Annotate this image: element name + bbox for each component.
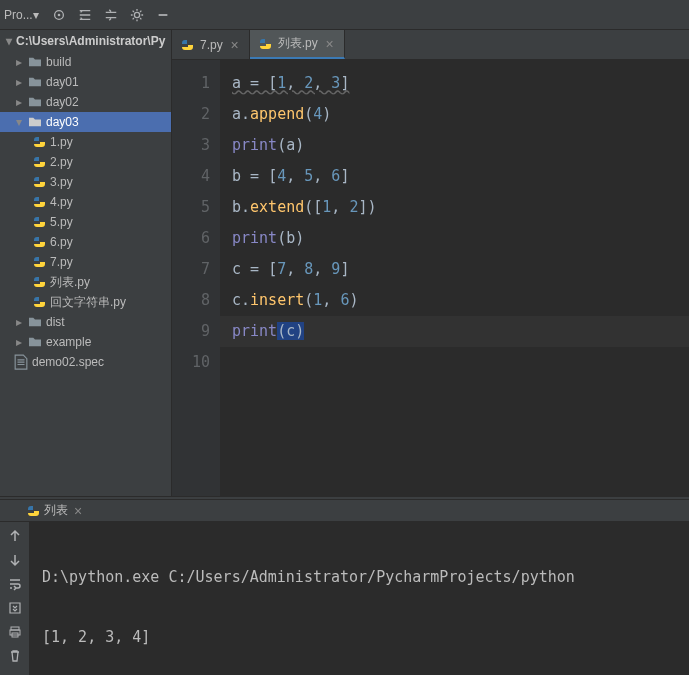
svg-point-2 [134,12,139,17]
tree-label: 1.py [50,135,73,149]
python-icon [32,215,46,229]
tree-file[interactable]: 2.py [0,152,171,172]
console-line: [1, 2, 3, 4] [42,622,677,652]
tree-label: 4.py [50,195,73,209]
editor-tabs: 7.py × 列表.py × [172,30,689,60]
file-icon [14,355,28,369]
minimize-icon[interactable] [153,5,173,25]
code-line: a = [1, 2, 3] [232,68,689,99]
close-icon[interactable]: × [229,37,241,53]
project-toolbar: Pro...▾ [0,0,689,30]
python-icon [32,155,46,169]
python-icon [32,255,46,269]
svg-point-1 [57,13,60,16]
tree-label: 7.py [50,255,73,269]
tree-label: day02 [46,95,79,109]
gutter-line: 2 [172,99,210,130]
console-line: D:\python.exe C:/Users/Administrator/Pyc… [42,562,677,592]
python-icon [32,175,46,189]
print-icon[interactable] [7,624,23,640]
tree-file[interactable]: demo02.spec [0,352,171,372]
folder-icon [28,55,42,69]
tree-folder[interactable]: ▸day02 [0,92,171,112]
tree-file[interactable]: 7.py [0,252,171,272]
python-icon [32,295,46,309]
tree-label: 回文字符串.py [50,294,126,311]
project-tree: ▾ C:\Users\Administrator\Py ▸build ▸day0… [0,30,172,496]
chevron-down-icon: ▾ [6,36,12,46]
folder-icon [28,335,42,349]
code-content[interactable]: a = [1, 2, 3] a.append(4) print(a) b = [… [220,60,689,496]
tree-file[interactable]: 5.py [0,212,171,232]
project-root-path[interactable]: ▾ C:\Users\Administrator\Py [0,30,171,52]
trash-icon[interactable] [7,648,23,664]
arrow-up-icon[interactable] [7,528,23,544]
python-icon [26,504,40,518]
code-line: print(c) [232,316,689,347]
python-icon [32,235,46,249]
tree-file[interactable]: 4.py [0,192,171,212]
chevron-right-icon: ▸ [14,57,24,67]
tree-label: 5.py [50,215,73,229]
chevron-right-icon: ▸ [14,317,24,327]
tree-folder[interactable]: ▸build [0,52,171,72]
project-dropdown[interactable]: Pro...▾ [4,8,39,22]
folder-icon [28,315,42,329]
chevron-right-icon: ▸ [14,337,24,347]
gutter: 1 2 3 4 5 6 7 8 9 10 [172,60,220,496]
main-area: ▾ C:\Users\Administrator\Py ▸build ▸day0… [0,30,689,496]
tab-7py[interactable]: 7.py × [172,30,250,59]
arrow-down-icon[interactable] [7,552,23,568]
close-icon[interactable]: × [324,36,336,52]
code-line: c = [7, 8, 9] [232,254,689,285]
tree-folder[interactable]: ▸example [0,332,171,352]
console-output[interactable]: D:\python.exe C:/Users/Administrator/Pyc… [30,522,689,675]
run-tabs: 列表 × [0,500,689,522]
gutter-line: 5 [172,192,210,223]
code-line: a.append(4) [232,99,689,130]
folder-icon [28,75,42,89]
run-tab[interactable]: 列表 × [20,500,90,521]
tree-folder[interactable]: ▸day01 [0,72,171,92]
folder-icon [28,95,42,109]
collapse-all-icon[interactable] [101,5,121,25]
gutter-line: 1 [172,68,210,99]
tab-label: 7.py [200,38,223,52]
code-line: print(b) [232,223,689,254]
editor-body[interactable]: 1 2 3 4 5 6 7 8 9 10 a = [1, 2, 3] a.app… [172,60,689,496]
tree-label: 3.py [50,175,73,189]
gutter-line: 6 [172,223,210,254]
tab-list-py[interactable]: 列表.py × [250,30,345,59]
tree-folder-selected[interactable]: ▾day03 [0,112,171,132]
scroll-to-end-icon[interactable] [7,600,23,616]
expand-all-icon[interactable] [75,5,95,25]
tree-file[interactable]: 列表.py [0,272,171,292]
code-line: b.extend([1, 2]) [232,192,689,223]
code-line: b = [4, 5, 6] [232,161,689,192]
tree-label: 2.py [50,155,73,169]
python-icon [258,37,272,51]
code-line: print(a) [232,130,689,161]
chevron-right-icon: ▸ [14,77,24,87]
tree-file[interactable]: 6.py [0,232,171,252]
python-icon [32,135,46,149]
soft-wrap-icon[interactable] [7,576,23,592]
gutter-line: 3 [172,130,210,161]
code-line: c.insert(1, 6) [232,285,689,316]
tree-file[interactable]: 1.py [0,132,171,152]
close-icon[interactable]: × [72,503,84,519]
tree-label: demo02.spec [32,355,104,369]
tree-file[interactable]: 回文字符串.py [0,292,171,312]
tree-label: day01 [46,75,79,89]
tree-label: example [46,335,91,349]
gutter-line: 8 [172,285,210,316]
gutter-line: 10 [172,347,210,378]
python-icon [180,38,194,52]
tree-folder[interactable]: ▸dist [0,312,171,332]
breadcrumb-text: C:\Users\Administrator\Py [16,34,165,48]
tree-file[interactable]: 3.py [0,172,171,192]
aim-icon[interactable] [49,5,69,25]
chevron-down-icon: ▾ [14,117,24,127]
tree-label: day03 [46,115,79,129]
gear-icon[interactable] [127,5,147,25]
